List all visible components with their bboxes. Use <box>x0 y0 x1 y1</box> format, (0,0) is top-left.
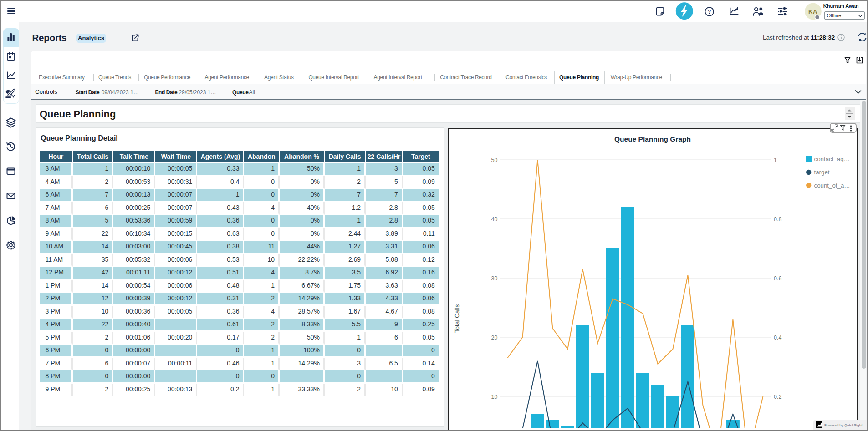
svg-text:KA: KA <box>808 8 817 15</box>
svg-text:?: ? <box>708 9 711 15</box>
svg-text:contact_ag…: contact_ag… <box>814 156 850 162</box>
svg-text:0.2: 0.2 <box>774 394 781 400</box>
svg-text:count_of_a…: count_of_a… <box>814 182 850 189</box>
svg-text:Offline: Offline <box>827 13 842 18</box>
svg-text:10: 10 <box>491 394 498 400</box>
svg-text:target: target <box>814 169 830 176</box>
svg-text:Khurram Awan: Khurram Awan <box>823 3 859 9</box>
svg-text:20: 20 <box>491 335 498 341</box>
svg-text:Queue Planning Graph: Queue Planning Graph <box>614 135 691 143</box>
svg-text:Powered by QuickSight: Powered by QuickSight <box>824 423 863 427</box>
svg-text:50: 50 <box>491 157 498 163</box>
svg-text:0.8: 0.8 <box>774 216 781 223</box>
svg-text:0.6: 0.6 <box>774 275 781 282</box>
svg-text:40: 40 <box>491 216 498 223</box>
svg-text:Total Calls: Total Calls <box>454 304 460 333</box>
svg-text:0.4: 0.4 <box>774 335 781 341</box>
svg-text:1: 1 <box>774 157 777 163</box>
svg-text:30: 30 <box>491 275 498 282</box>
